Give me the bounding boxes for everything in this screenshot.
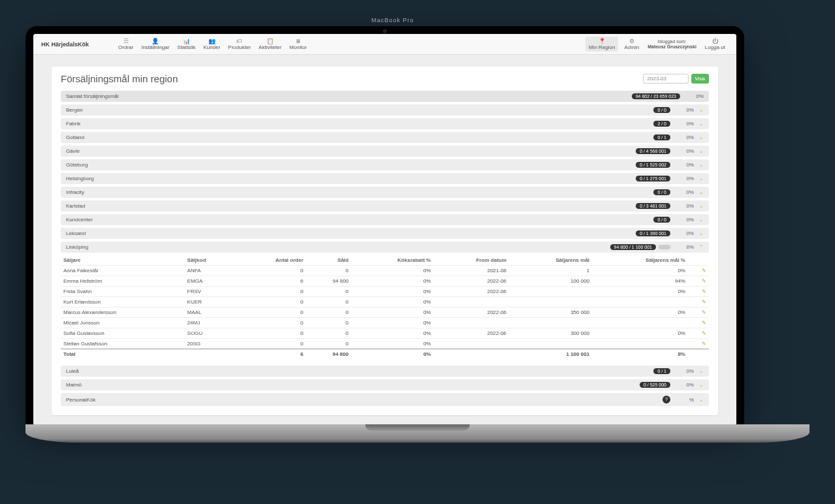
visa-button[interactable]: Visa	[691, 74, 709, 84]
region-badge: 0 / 0	[653, 107, 670, 113]
edit-icon[interactable]: ✎	[702, 309, 706, 315]
nav-icon: 📋	[259, 38, 282, 44]
region-row[interactable]: Gävle0 / 4 568 0010%⌄	[61, 146, 709, 157]
region-badge: 0 / 1 275 001	[636, 176, 670, 181]
content-area: Försäljningsmål min region Visa Samlat f…	[33, 55, 736, 426]
region-badge: 0 / 525 000	[640, 382, 670, 388]
expand-icon[interactable]: ⌄	[699, 397, 704, 403]
edit-icon[interactable]: ✎	[702, 289, 706, 294]
nav-produkter[interactable]: 🏷Produkter	[225, 37, 254, 52]
region-row[interactable]: Infracity0 / 00%⌄	[61, 187, 709, 198]
expand-icon[interactable]: ⌄	[699, 189, 704, 195]
region-row[interactable]: Gotland0 / 10%⌄	[61, 132, 709, 143]
edit-icon[interactable]: ✎	[702, 268, 706, 274]
nav-icon: 👤	[141, 38, 169, 44]
region-row[interactable]: Kundcenter0 / 00%⌄	[61, 214, 709, 225]
laptop-base	[25, 424, 810, 443]
nav-ordrar[interactable]: ☰Ordrar	[115, 37, 137, 52]
region-row[interactable]: Fabrik2 / 00%⌄	[61, 118, 709, 129]
expand-icon[interactable]: ⌄	[699, 368, 704, 374]
expand-icon[interactable]: ⌄	[699, 382, 704, 388]
nav-monitor[interactable]: 🖥Monitor	[286, 37, 310, 52]
edit-icon[interactable]: ✎	[702, 341, 706, 347]
nav-statistik[interactable]: 📊Statistik	[174, 37, 199, 52]
region-row[interactable]: Helsingborg0 / 1 275 0010%⌄	[61, 173, 709, 184]
region-badge: 0 / 1	[653, 368, 670, 374]
expand-icon[interactable]: ⌄	[699, 217, 704, 223]
edit-icon[interactable]: ✎	[702, 330, 706, 336]
region-row[interactable]: Bergen0 / 00%⌄	[61, 104, 709, 116]
region-badge: 0 / 1 390 001	[636, 230, 670, 236]
gear-icon: ⚙	[624, 38, 639, 44]
nav-center: ☰Ordrar👤Inställningar📊Statistik👥Kunder🏷P…	[115, 37, 310, 52]
region-badge: 0 / 4 568 001	[636, 148, 670, 154]
table-row: Stellan Gustafsson20SG000%✎	[61, 339, 709, 349]
navbar: HK HärjedalsKök ☰Ordrar👤Inställningar📊St…	[33, 34, 736, 55]
nav-icon: ☰	[118, 38, 133, 44]
laptop-frame: HK HärjedalsKök ☰Ordrar👤Inställningar📊St…	[25, 26, 744, 426]
expand-icon[interactable]: ⌄	[699, 134, 704, 140]
edit-icon[interactable]: ✎	[702, 320, 706, 326]
expand-icon[interactable]: ⌄	[699, 203, 704, 209]
region-badge: ?	[663, 396, 670, 403]
region-row[interactable]: Leksand0 / 1 390 0010%⌄	[61, 228, 709, 239]
card-header: Försäljningsmål min region Visa	[61, 73, 709, 84]
table-row: Micael Jonsson24MJ000%✎	[61, 318, 709, 328]
page-title: Försäljningsmål min region	[61, 73, 178, 84]
nav-icon: 🏷	[228, 38, 251, 44]
table-row: Kurt ErlandssonKUER000%✎	[61, 297, 709, 307]
region-badge: 0 / 0	[653, 189, 670, 195]
nav-inställningar[interactable]: 👤Inställningar	[138, 37, 172, 52]
nav-logout[interactable]: ⏻Logga ut	[702, 37, 729, 52]
user-block: Inloggad som: Mateusz Gruszczynski	[645, 39, 699, 49]
table-row: Sofia GustavssonSOGU000%2022-06300 0000%…	[61, 328, 709, 339]
screen: HK HärjedalsKök ☰Ordrar👤Inställningar📊St…	[33, 34, 736, 426]
nav-icon: 🖥	[289, 38, 307, 44]
logout-icon: ⏻	[705, 38, 725, 44]
expand-icon[interactable]: ⌄	[699, 230, 704, 236]
laptop-label: MacBook Pro	[33, 17, 752, 24]
collapse-icon[interactable]: ⌃	[699, 244, 704, 250]
region-badge: 0 / 1 525 002	[636, 162, 670, 168]
nav-admin[interactable]: ⚙Admin	[621, 37, 642, 52]
summary-row: Samlat försäljningsmål 94 802 / 23 659 0…	[61, 91, 709, 102]
expand-icon[interactable]: ⌄	[699, 162, 704, 168]
edit-icon[interactable]: ✎	[702, 278, 706, 284]
summary-badge: 94 802 / 23 659 023	[632, 93, 680, 99]
nav-icon: 📊	[177, 38, 195, 44]
date-input[interactable]	[643, 74, 689, 84]
region-row[interactable]: Karlstad0 / 3 481 0010%⌄	[61, 200, 709, 212]
expand-icon[interactable]: ⌄	[699, 107, 704, 113]
brand-logo: HK HärjedalsKök	[41, 41, 89, 48]
nav-kunder[interactable]: 👥Kunder	[200, 37, 223, 52]
camera-notch	[383, 29, 387, 33]
nav-icon: 👥	[203, 38, 220, 44]
sales-table: Säljare Säljkod Antal order Såld Köksrab…	[61, 255, 709, 359]
expand-icon[interactable]: ⌄	[699, 121, 704, 127]
progress-bar	[659, 245, 670, 249]
nav-min-region[interactable]: 📍Min Region	[585, 37, 618, 52]
edit-icon[interactable]: ✎	[702, 299, 706, 305]
region-row[interactable]: Göteborg0 / 1 525 0020%⌄	[61, 159, 709, 170]
nav-right: 📍Min Region ⚙Admin Inloggad som: Mateusz…	[585, 37, 729, 52]
expand-icon[interactable]: ⌄	[699, 176, 704, 181]
table-row: Anna FalkestålANFA000%2021-0810%✎	[61, 266, 709, 276]
region-row[interactable]: Malmö0 / 525 0000%⌄	[61, 379, 709, 390]
region-badge: 2 / 0	[653, 121, 670, 127]
table-row: Marcus AlexanderssonMAAL000%2022-06350 0…	[61, 307, 709, 318]
total-row: Total694 8000%1 100 0018%	[61, 349, 709, 360]
region-badge: 0 / 1	[653, 134, 670, 140]
main-card: Försäljningsmål min region Visa Samlat f…	[52, 67, 718, 415]
nav-aktiviteter[interactable]: 📋Aktiviteter	[255, 37, 285, 52]
region-badge: 0 / 3 481 001	[636, 203, 670, 209]
region-linkoping[interactable]: Linköping 94 800 / 1 100 001 8% ⌃	[61, 242, 709, 253]
table-row: Emma HellströmEMGA694 8000%2022-06100 00…	[61, 276, 709, 287]
region-badge: 0 / 0	[653, 217, 670, 223]
expand-icon[interactable]: ⌄	[699, 148, 704, 154]
table-row: Frida SvahnFRSV000%2022-060%✎	[61, 287, 709, 297]
region-row[interactable]: Luleå0 / 10%⌄	[61, 366, 709, 377]
region-row[interactable]: PersonalKök?%⌄	[61, 393, 709, 406]
pin-icon: 📍	[589, 38, 615, 44]
